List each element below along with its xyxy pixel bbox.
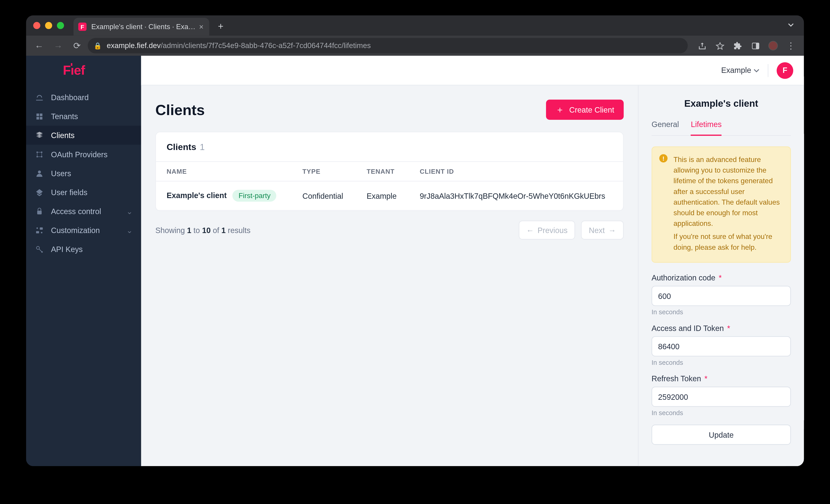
side-panel-button[interactable] bbox=[747, 37, 764, 54]
svg-point-9 bbox=[38, 170, 41, 173]
update-button[interactable]: Update bbox=[651, 424, 791, 445]
svg-point-12 bbox=[41, 231, 42, 233]
tabs-overflow-button[interactable] bbox=[787, 20, 797, 31]
sidebar-item-label: Dashboard bbox=[51, 93, 89, 101]
close-tab-button[interactable]: × bbox=[199, 23, 203, 30]
browser-tab[interactable]: F Example's client · Clients · Exa… × bbox=[73, 18, 210, 36]
sidebar-item-label: User fields bbox=[51, 188, 87, 196]
warning-icon: ! bbox=[659, 154, 668, 162]
client-id: 9rJ8aAla3HxTlk7qBFQMk4eOr-5WheY0t6nKGkUE… bbox=[409, 181, 623, 210]
lifetimes-warning: ! This is an advanced feature allowing y… bbox=[651, 147, 791, 262]
field-label: Refresh Token * bbox=[651, 374, 791, 383]
window-controls bbox=[33, 22, 64, 29]
pagination: Showing 1 to 10 of 1 results ← Previous … bbox=[155, 221, 624, 240]
authorization-code-input[interactable] bbox=[651, 286, 791, 306]
workspace-selector[interactable]: Example bbox=[721, 66, 759, 75]
app-root: F ıef DashboardTenantsClientsOAuth Provi… bbox=[26, 56, 804, 466]
svg-point-5 bbox=[36, 151, 38, 153]
dashboard-icon bbox=[34, 93, 44, 102]
divider bbox=[768, 64, 768, 77]
field-label: Access and ID Token * bbox=[651, 324, 791, 333]
profile-button[interactable] bbox=[765, 37, 781, 54]
sidebar-item-label: Access control bbox=[51, 207, 101, 216]
svg-point-11 bbox=[36, 227, 38, 229]
user-fields-icon bbox=[34, 187, 44, 197]
extensions-button[interactable] bbox=[729, 37, 746, 54]
users-icon bbox=[34, 168, 44, 178]
table-row[interactable]: Example's clientFirst-partyConfidentialE… bbox=[156, 181, 623, 210]
minimize-window-button[interactable] bbox=[45, 22, 52, 29]
client-type: Confidential bbox=[292, 181, 356, 210]
card-count: 1 bbox=[200, 142, 205, 152]
svg-rect-14 bbox=[39, 227, 42, 229]
details-title: Example's client bbox=[651, 98, 791, 109]
card-title: Clients bbox=[167, 142, 196, 152]
bookmark-button[interactable] bbox=[711, 37, 728, 54]
tenants-icon bbox=[34, 112, 44, 121]
field-authorization-code: Authorization code *In seconds bbox=[651, 274, 791, 316]
clients-table: NAMETYPETENANTCLIENT ID Example's client… bbox=[156, 161, 623, 211]
sidebar-item-tenants[interactable]: Tenants bbox=[26, 107, 141, 126]
logo[interactable]: F ıef bbox=[26, 56, 141, 85]
avatar[interactable]: F bbox=[776, 62, 793, 79]
svg-rect-10 bbox=[37, 210, 41, 214]
svg-rect-13 bbox=[36, 231, 39, 233]
nav-list: DashboardTenantsClientsOAuth ProvidersUs… bbox=[26, 86, 141, 261]
svg-point-6 bbox=[41, 151, 42, 153]
tab-lifetimes[interactable]: Lifetimes bbox=[691, 120, 722, 136]
favicon-icon: F bbox=[78, 23, 87, 31]
create-client-button[interactable]: ＋ Create Client bbox=[546, 100, 624, 120]
sidebar-item-api-keys[interactable]: API Keys bbox=[26, 240, 141, 258]
maximize-window-button[interactable] bbox=[57, 22, 64, 29]
sidebar-item-access-control[interactable]: Access control⌄ bbox=[26, 202, 141, 221]
page-title: Clients bbox=[155, 101, 205, 118]
url-path: /admin/clients/7f7c54e9-8abb-476c-a52f-7… bbox=[161, 41, 371, 50]
sidebar-item-dashboard[interactable]: Dashboard bbox=[26, 88, 141, 107]
topbar: Example F bbox=[141, 56, 804, 85]
client-name: Example's client bbox=[167, 191, 227, 200]
api-keys-icon bbox=[34, 244, 44, 254]
pagination-next-button[interactable]: Next → bbox=[581, 221, 624, 240]
field-access-id-token: Access and ID Token *In seconds bbox=[651, 324, 791, 366]
nav-reload-button[interactable]: ⟳ bbox=[69, 37, 86, 54]
svg-text:F: F bbox=[63, 63, 71, 77]
column-header: NAME bbox=[156, 161, 292, 181]
sidebar-item-label: Clients bbox=[51, 131, 74, 140]
nav-forward-button[interactable]: → bbox=[50, 37, 67, 54]
workspace-name: Example bbox=[721, 66, 751, 75]
workspace: Example F Clients ＋ Create Client bbox=[141, 56, 804, 466]
field-label: Authorization code * bbox=[651, 274, 791, 282]
pagination-summary: Showing 1 to 10 of 1 results bbox=[155, 226, 251, 234]
field-hint: In seconds bbox=[651, 409, 791, 416]
new-tab-button[interactable]: + bbox=[213, 19, 228, 34]
svg-point-7 bbox=[36, 156, 38, 157]
sidebar-item-customization[interactable]: Customization⌄ bbox=[26, 221, 141, 240]
svg-point-8 bbox=[41, 156, 42, 157]
sidebar-item-users[interactable]: Users bbox=[26, 163, 141, 183]
svg-text:ıef: ıef bbox=[71, 63, 86, 77]
clients-card: Clients 1 NAMETYPETENANTCLIENT ID Exampl… bbox=[155, 132, 624, 211]
sidebar-item-label: OAuth Providers bbox=[51, 150, 107, 159]
sidebar-item-clients[interactable]: Clients bbox=[26, 126, 141, 145]
sidebar-item-oauth-providers[interactable]: OAuth Providers bbox=[26, 145, 141, 163]
column-header: CLIENT ID bbox=[409, 161, 623, 181]
url-input[interactable]: 🔒 example.fief.dev/admin/clients/7f7c54e… bbox=[88, 38, 688, 53]
close-window-button[interactable] bbox=[33, 22, 40, 29]
tab-general[interactable]: General bbox=[651, 120, 679, 136]
client-tenant: Example bbox=[356, 181, 409, 210]
refresh-token-input[interactable] bbox=[651, 387, 791, 407]
pagination-prev-button[interactable]: ← Previous bbox=[518, 221, 575, 240]
warning-text-1: This is an advanced feature allowing you… bbox=[673, 154, 782, 229]
access-id-token-input[interactable] bbox=[651, 336, 791, 356]
browser-menu-button[interactable]: ⋮ bbox=[783, 37, 799, 54]
create-client-label: Create Client bbox=[569, 105, 614, 114]
oauth-providers-icon bbox=[34, 149, 44, 159]
sidebar-item-user-fields[interactable]: User fields bbox=[26, 183, 141, 202]
chevron-down-icon: ⌄ bbox=[126, 207, 133, 216]
chevron-down-icon bbox=[754, 67, 759, 73]
chevron-down-icon: ⌄ bbox=[126, 226, 133, 234]
warning-text-2: If you're not sure of what you're doing,… bbox=[673, 231, 782, 253]
nav-back-button[interactable]: ← bbox=[31, 37, 47, 54]
share-button[interactable] bbox=[694, 37, 710, 54]
customization-icon bbox=[34, 225, 44, 235]
